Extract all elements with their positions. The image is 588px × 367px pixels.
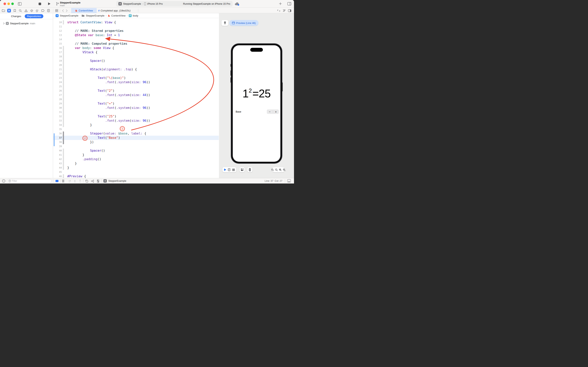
device-settings-button[interactable] <box>240 167 245 172</box>
code-line-28[interactable]: 28 <box>53 97 219 101</box>
code-line-19[interactable]: 19Spacer() <box>53 59 219 63</box>
breadcrumb-item[interactable]: body <box>133 14 138 17</box>
zoom-fit-icon[interactable] <box>279 168 282 171</box>
editor-options-icon[interactable] <box>288 9 292 12</box>
segments-icon[interactable] <box>97 179 99 183</box>
pin-button[interactable] <box>221 20 228 26</box>
more-icon[interactable] <box>2 179 5 183</box>
code-line-34[interactable]: 34} <box>53 123 219 127</box>
hierarchy-icon[interactable] <box>91 180 94 183</box>
code-line-29[interactable]: 29Text("=") <box>53 101 219 106</box>
sidebar-toggle-icon[interactable] <box>18 2 22 6</box>
breakpoint-navigator-icon[interactable] <box>41 9 45 12</box>
source-control-navigator-icon[interactable] <box>7 9 11 12</box>
push-icon[interactable] <box>79 180 81 182</box>
zoom-in-icon[interactable] <box>283 168 286 171</box>
editor-layout-icon[interactable] <box>287 179 291 183</box>
repository-row[interactable]: StepperExample main <box>3 22 53 25</box>
minimize-icon[interactable] <box>7 2 10 5</box>
issue-navigator-icon[interactable] <box>24 9 28 12</box>
tab-commit[interactable]: # Completed app. (18ed15c) <box>98 8 130 13</box>
code-line-42[interactable]: 42.padding() <box>53 157 219 161</box>
run-icon[interactable] <box>48 2 51 5</box>
code-line-24[interactable]: 24.font(.system(size: 96)) <box>53 80 219 84</box>
code-line-12[interactable]: 12// MARK: Stored properties <box>53 29 219 33</box>
zoom-actual-icon[interactable]: 1 <box>275 168 278 171</box>
breadcrumb-item[interactable]: StepperExample <box>86 14 104 17</box>
code-line-21[interactable]: 21HStack(alignment: .top) { <box>53 67 219 72</box>
debug-bar-icon[interactable] <box>62 180 64 182</box>
code-line-13[interactable]: 13@State var base: Int = 1 <box>53 33 219 37</box>
tab-overview-icon[interactable] <box>55 9 59 12</box>
code-line-39[interactable]: 39 <box>53 144 219 149</box>
add-tab-icon[interactable] <box>279 2 282 5</box>
code-line-43[interactable]: 43} <box>53 161 219 166</box>
code-editor[interactable]: 10struct ContentView: View {1112// MARK:… <box>53 18 219 178</box>
code-review-icon[interactable] <box>277 9 281 12</box>
code-line-36[interactable]: 36Stepper(value: $base, label: { <box>53 131 219 136</box>
find-navigator-icon[interactable] <box>18 9 22 12</box>
debug-navigator-icon[interactable] <box>35 9 39 12</box>
code-line-25[interactable]: 25 <box>53 84 219 89</box>
code-line-40[interactable]: 40Spacer() <box>53 149 219 153</box>
stepper-plus-button[interactable]: + <box>273 109 279 114</box>
code-line-18[interactable]: 18 <box>53 54 219 59</box>
jump-icon[interactable] <box>68 180 71 182</box>
tab-contentview[interactable]: ContentView <box>71 8 97 13</box>
stepper-control[interactable]: − + <box>267 109 279 114</box>
code-line-45[interactable]: 45 <box>53 170 219 174</box>
breadcrumb-item[interactable]: StepperExample <box>60 14 78 17</box>
code-line-10[interactable]: 10struct ContentView: View { <box>53 20 219 25</box>
code-line-26[interactable]: 26Text("2") <box>53 89 219 93</box>
minimap-icon[interactable] <box>282 9 286 12</box>
layers-icon[interactable] <box>85 180 88 183</box>
code-line-27[interactable]: 27.font(.system(size: 44)) <box>53 93 219 97</box>
live-preview-icon[interactable] <box>224 168 226 171</box>
code-line-41[interactable]: 41} <box>53 153 219 157</box>
breakpoints-toggle-icon[interactable] <box>55 180 59 182</box>
code-line-16[interactable]: 16var body: some View { <box>53 46 219 50</box>
tab-changes[interactable]: Changes <box>9 14 23 18</box>
change-strip <box>63 123 64 127</box>
code-line-14[interactable]: 14 <box>53 37 219 42</box>
selectable-icon[interactable] <box>228 168 230 171</box>
forward-icon[interactable] <box>65 9 69 12</box>
disclosure-chevron-icon[interactable] <box>3 22 5 25</box>
code-line-22[interactable]: 22 <box>53 72 219 76</box>
project-navigator-icon[interactable] <box>1 9 5 12</box>
filter-field[interactable] <box>7 179 52 183</box>
breadcrumb[interactable]: A StepperExample › StepperExample › Cont… <box>53 13 219 18</box>
zoom-out-icon[interactable] <box>271 168 274 171</box>
code-line-37[interactable]: 37Text("Base") <box>53 136 219 140</box>
code-line-35[interactable]: 35 <box>53 127 219 131</box>
preview-on-device-button[interactable] <box>247 167 252 172</box>
code-line-15[interactable]: 15// MARK: Computed properties <box>53 42 219 46</box>
code-line-33[interactable]: 33.font(.system(size: 96)) <box>53 119 219 123</box>
pull-icon[interactable] <box>74 180 76 182</box>
stepper-minus-button[interactable]: − <box>267 109 273 114</box>
tab-repositories[interactable]: Repositories <box>25 14 43 18</box>
back-icon[interactable] <box>61 9 65 12</box>
code-line-23[interactable]: 23Text("\(base)") <box>53 76 219 80</box>
code-line-30[interactable]: 30.font(.system(size: 96)) <box>53 106 219 110</box>
scheme-selector[interactable]: A StepperExample › iPhone 15 Pro Running… <box>116 1 233 7</box>
variants-icon[interactable] <box>232 168 235 171</box>
preview-tab-button[interactable]: Preview (Line 46) <box>229 20 258 26</box>
code-line-32[interactable]: 32Text("25") <box>53 114 219 119</box>
close-icon[interactable] <box>3 2 6 5</box>
report-navigator-icon[interactable] <box>47 9 50 12</box>
code-line-17[interactable]: 17VStack { <box>53 50 219 54</box>
code-line-46[interactable]: 46#Preview { <box>53 174 219 178</box>
zoom-icon[interactable] <box>11 2 14 5</box>
code-line-20[interactable]: 20 <box>53 63 219 67</box>
breadcrumb-item[interactable]: ContentView <box>111 14 126 17</box>
inspector-toggle-icon[interactable] <box>287 2 291 5</box>
filter-input[interactable] <box>12 180 45 182</box>
test-navigator-icon[interactable] <box>30 9 34 12</box>
code-line-44[interactable]: 44} <box>53 166 219 170</box>
code-line-38[interactable]: 38}) <box>53 140 219 144</box>
stop-icon[interactable] <box>39 2 41 5</box>
bookmark-navigator-icon[interactable] <box>13 9 17 12</box>
code-line-11[interactable]: 11 <box>53 25 219 29</box>
code-line-31[interactable]: 31 <box>53 110 219 114</box>
